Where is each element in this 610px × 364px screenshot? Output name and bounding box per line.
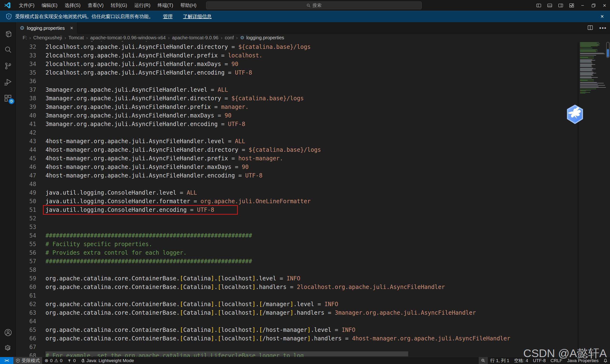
code-line[interactable]: 66org.apache.catalina.core.ContainerBase…: [16, 334, 555, 343]
code-line[interactable]: 65org.apache.catalina.core.ContainerBase…: [16, 326, 555, 334]
minimap-line: [580, 45, 599, 46]
code-line[interactable]: 64: [16, 317, 555, 326]
code-line[interactable]: 51java.util.logging.ConsoleHandler.encod…: [16, 206, 555, 214]
toggle-secondary-sidebar-button[interactable]: [555, 0, 566, 11]
indentation-status[interactable]: 空格: 4: [512, 357, 531, 364]
notifications-bell-button[interactable]: [601, 357, 610, 364]
sidebar-item-extensions[interactable]: [0, 90, 16, 106]
toggle-primary-sidebar-button[interactable]: [533, 0, 544, 11]
code-line[interactable]: 58: [16, 266, 555, 274]
breadcrumb-item[interactable]: F:: [23, 35, 27, 40]
encoding-status[interactable]: UTF-8: [531, 357, 548, 364]
code-line[interactable]: 342localhost.org.apache.juli.AsyncFileHa…: [16, 60, 555, 68]
code-line[interactable]: 36: [16, 77, 555, 86]
minimize-button[interactable]: −: [577, 0, 588, 11]
code-line[interactable]: 373manager.org.apache.juli.AsyncFileHand…: [16, 86, 555, 94]
code-line[interactable]: 59org.apache.catalina.core.ContainerBase…: [16, 274, 555, 283]
breadcrumb-item[interactable]: Tomcat: [68, 35, 84, 40]
tab-close-icon[interactable]: ×: [70, 25, 73, 31]
code-line[interactable]: 322localhost.org.apache.juli.AsyncFileHa…: [16, 43, 555, 51]
split-editor-button[interactable]: [587, 25, 593, 31]
code-line[interactable]: 403manager.org.apache.juli.AsyncFileHand…: [16, 111, 555, 120]
cursor-position-status[interactable]: 行 1, 列 1: [488, 357, 512, 364]
problems-status[interactable]: ⊗ 0 ⚠ 0: [42, 357, 65, 364]
extensions-update-badge: [9, 98, 14, 104]
menu-item[interactable]: 查看(V): [84, 0, 107, 11]
menu-item[interactable]: 选择(S): [61, 0, 84, 11]
code-line[interactable]: 57######################################…: [16, 257, 555, 266]
code-line[interactable]: 434host-manager.org.apache.juli.AsyncFil…: [16, 137, 555, 145]
toggle-panel-button[interactable]: [544, 0, 555, 11]
manage-link[interactable]: 管理: [163, 13, 172, 20]
java-mode-status[interactable]: Java: Lightweight Mode: [78, 357, 137, 364]
learn-more-link[interactable]: 了解详细信息: [183, 13, 212, 20]
code-line[interactable]: 454host-manager.org.apache.juli.AsyncFil…: [16, 154, 555, 163]
code-line[interactable]: 383manager.org.apache.juli.AsyncFileHand…: [16, 94, 555, 103]
menu-item[interactable]: 运行(R): [130, 0, 154, 11]
restricted-mode-status[interactable]: 受限模式: [13, 357, 42, 364]
breadcrumb-item[interactable]: Chengxusheji: [33, 35, 62, 40]
breadcrumb-item[interactable]: apache-tomcat-9.0.96-windows-x64: [90, 35, 166, 40]
banner-close-icon[interactable]: ×: [600, 13, 604, 20]
minimap-line: [580, 75, 593, 76]
tab-logging-properties[interactable]: ⚙ logging.properties ×: [16, 22, 77, 34]
code-line[interactable]: 54######################################…: [16, 231, 555, 240]
code-line[interactable]: 63org.apache.catalina.core.ContainerBase…: [16, 309, 555, 317]
code-line[interactable]: 50java.util.logging.ConsoleHandler.forma…: [16, 197, 555, 206]
command-center-search[interactable]: 搜索: [206, 1, 422, 9]
breadcrumb-item[interactable]: apache-tomcat-9.0.96: [172, 35, 219, 40]
remote-indicator-button[interactable]: ><: [0, 357, 13, 364]
breadcrumb-item[interactable]: conf: [225, 35, 234, 40]
code-line[interactable]: 42: [16, 128, 555, 137]
code-line[interactable]: 464host-manager.org.apache.juli.AsyncFil…: [16, 163, 555, 171]
settings-gear-button[interactable]: [0, 341, 16, 357]
code-line[interactable]: 52: [16, 214, 555, 223]
code-line[interactable]: 48: [16, 180, 555, 188]
code-line[interactable]: 393manager.org.apache.juli.AsyncFileHand…: [16, 103, 555, 111]
language-mode-status[interactable]: Java Properties: [565, 357, 601, 364]
minimap[interactable]: [579, 41, 606, 357]
line-number: 33: [16, 51, 36, 60]
code-editor[interactable]: 312localhost.org.apache.juli.AsyncFileHa…: [16, 41, 610, 357]
code-line[interactable]: 62org.apache.catalina.core.ContainerBase…: [16, 300, 555, 309]
code-line[interactable]: 474host-manager.org.apache.juli.AsyncFil…: [16, 171, 555, 180]
sidebar-item-explorer[interactable]: [0, 26, 16, 42]
sidebar-item-source-control[interactable]: [0, 58, 16, 74]
code-line[interactable]: 53: [16, 223, 555, 231]
horizontal-scrollbar[interactable]: [46, 351, 408, 356]
line-number: 54: [16, 231, 36, 240]
restore-button[interactable]: [588, 0, 599, 11]
code-line[interactable]: 55# Facility specific properties.: [16, 240, 555, 248]
code-line[interactable]: 67: [16, 343, 555, 351]
customize-layout-button[interactable]: [566, 0, 577, 11]
code-line[interactable]: 352localhost.org.apache.juli.AsyncFileHa…: [16, 68, 555, 77]
code-line[interactable]: 413manager.org.apache.juli.AsyncFileHand…: [16, 120, 555, 128]
thunder-desktop-icon[interactable]: [566, 104, 584, 124]
sidebar-item-search[interactable]: [0, 42, 16, 58]
scrollbar-thumb[interactable]: [607, 49, 609, 57]
minimap-line: [580, 59, 592, 60]
menu-item[interactable]: 转到(G): [107, 0, 131, 11]
vertical-scrollbar[interactable]: [606, 42, 610, 58]
code-line[interactable]: 332localhost.org.apache.juli.AsyncFileHa…: [16, 51, 555, 60]
sidebar-item-run-debug[interactable]: [0, 74, 16, 90]
menu-item[interactable]: 终端(T): [154, 0, 177, 11]
breadcrumb-file[interactable]: ⚙logging.properties: [240, 35, 284, 40]
editor-more-actions-button[interactable]: •••: [599, 25, 607, 31]
code-line[interactable]: 49java.util.logging.ConsoleHandler.level…: [16, 188, 555, 197]
minimap-line: [580, 80, 588, 80]
menu-item[interactable]: 文件(F): [15, 0, 38, 11]
minimap-line: [580, 74, 593, 74]
zoom-status[interactable]: [479, 357, 488, 364]
code-line[interactable]: 56# Provides extra control for each logg…: [16, 248, 555, 257]
window-close-button[interactable]: ×: [599, 0, 610, 11]
account-button[interactable]: [0, 325, 16, 341]
menu-item[interactable]: 帮助(H): [177, 0, 200, 11]
eol-status[interactable]: CRLF: [548, 357, 565, 364]
ports-status[interactable]: 0: [65, 357, 78, 364]
magnifier-minus-icon: [481, 359, 485, 363]
code-line[interactable]: 444host-manager.org.apache.juli.AsyncFil…: [16, 145, 555, 154]
code-line[interactable]: 61: [16, 291, 555, 300]
menu-item[interactable]: 编辑(E): [38, 0, 61, 11]
code-line[interactable]: 60org.apache.catalina.core.ContainerBase…: [16, 283, 555, 291]
